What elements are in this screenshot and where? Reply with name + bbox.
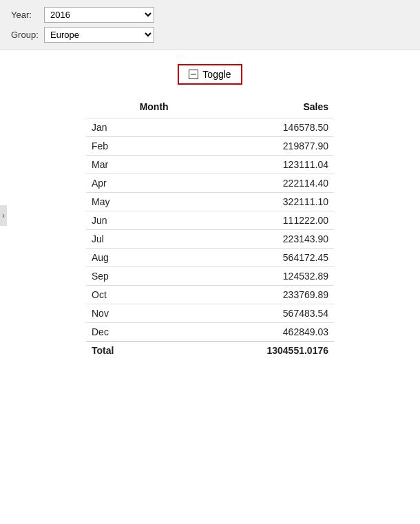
year-select[interactable]: 2016 2015 2017 2018 — [44, 7, 154, 23]
month-cell: Mar — [86, 156, 174, 174]
sales-table: Month Sales Jan146578.50Feb219877.90Mar1… — [86, 98, 334, 359]
table-row: Aug564172.45 — [86, 249, 334, 267]
month-cell: Feb — [86, 137, 174, 156]
table-row: Apr222114.40 — [86, 174, 334, 193]
month-cell: May — [86, 193, 174, 211]
arrow-icon: › — [2, 211, 5, 220]
total-row: Total 1304551.0176 — [86, 342, 334, 360]
sales-cell: 223143.90 — [174, 230, 334, 249]
table-row: Dec462849.03 — [86, 323, 334, 342]
sales-cell: 222114.40 — [174, 174, 334, 193]
sales-cell: 219877.90 — [174, 137, 334, 156]
sales-cell: 322111.10 — [174, 193, 334, 211]
table-row: May322111.10 — [86, 193, 334, 211]
sales-cell: 567483.54 — [174, 304, 334, 323]
month-cell: Nov — [86, 304, 174, 323]
sales-header: Sales — [174, 98, 334, 118]
total-value: 1304551.0176 — [174, 342, 334, 360]
toggle-label: Toggle — [202, 69, 231, 80]
group-select[interactable]: Europe Asia Americas — [44, 27, 154, 43]
toggle-button[interactable]: Toggle — [178, 64, 242, 85]
month-cell: Aug — [86, 249, 174, 267]
month-cell: Dec — [86, 323, 174, 342]
table-row: Nov567483.54 — [86, 304, 334, 323]
sales-cell: 146578.50 — [174, 118, 334, 137]
sales-cell: 233769.89 — [174, 286, 334, 304]
month-cell: Apr — [86, 174, 174, 193]
table-row: Jan146578.50 — [86, 118, 334, 137]
main-content: › Toggle Month Sales Jan146578.50Feb2198… — [0, 50, 420, 380]
minus-icon — [189, 70, 198, 79]
month-cell: Jan — [86, 118, 174, 137]
toolbar: Year: 2016 2015 2017 2018 Group: Europe … — [0, 0, 420, 50]
sales-cell: 111222.00 — [174, 211, 334, 230]
table-row: Sep124532.89 — [86, 267, 334, 286]
table-row: Jun111222.00 — [86, 211, 334, 230]
sales-cell: 124532.89 — [174, 267, 334, 286]
month-cell: Sep — [86, 267, 174, 286]
total-label: Total — [86, 342, 174, 360]
year-row: Year: 2016 2015 2017 2018 — [11, 7, 409, 23]
group-row: Group: Europe Asia Americas — [11, 27, 409, 43]
table-row: Oct233769.89 — [86, 286, 334, 304]
sales-cell: 564172.45 — [174, 249, 334, 267]
table-row: Mar123111.04 — [86, 156, 334, 174]
month-cell: Oct — [86, 286, 174, 304]
year-label: Year: — [11, 10, 44, 20]
table-header-row: Month Sales — [86, 98, 334, 118]
group-label: Group: — [11, 30, 44, 40]
table-row: Jul223143.90 — [86, 230, 334, 249]
sales-cell: 462849.03 — [174, 323, 334, 342]
sidebar-collapse-arrow[interactable]: › — [0, 205, 7, 226]
table-row: Feb219877.90 — [86, 137, 334, 156]
month-cell: Jul — [86, 230, 174, 249]
month-cell: Jun — [86, 211, 174, 230]
sales-cell: 123111.04 — [174, 156, 334, 174]
month-header: Month — [86, 98, 174, 118]
